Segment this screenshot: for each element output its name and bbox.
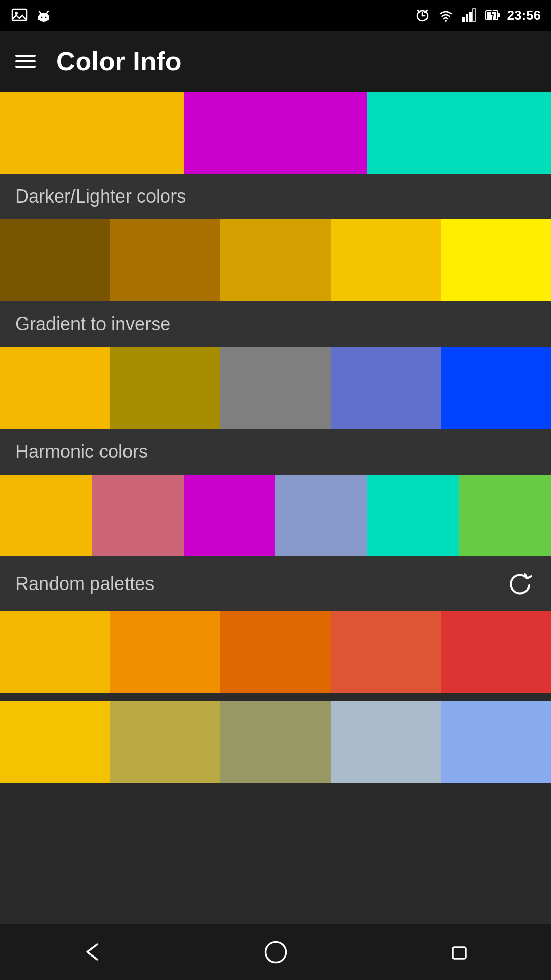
section-header-darker-lighter: Darker/Lighter colors	[0, 174, 551, 219]
refresh-button[interactable]	[505, 569, 536, 599]
main-swatch-1[interactable]	[184, 92, 367, 174]
battery-icon	[484, 6, 502, 24]
dl-swatch-4[interactable]	[441, 219, 551, 301]
random-row-2	[0, 701, 551, 783]
svg-rect-15	[466, 14, 468, 22]
svg-point-5	[45, 17, 47, 18]
page-title: Color Info	[56, 46, 182, 77]
svg-line-6	[39, 11, 41, 13]
dl-swatch-1[interactable]	[110, 219, 220, 301]
section-header-random: Random palettes	[0, 556, 551, 611]
random-row-1	[0, 611, 551, 693]
rp2-swatch-0[interactable]	[0, 701, 110, 783]
menu-button[interactable]	[15, 55, 36, 68]
gr-swatch-0[interactable]	[0, 347, 110, 429]
svg-line-11	[418, 10, 420, 12]
rp1-swatch-2[interactable]	[220, 611, 331, 693]
section-label-darker-lighter: Darker/Lighter colors	[15, 186, 186, 207]
section-label-random: Random palettes	[15, 573, 154, 595]
gr-swatch-4[interactable]	[441, 347, 551, 429]
recents-button[interactable]	[439, 932, 480, 972]
svg-rect-16	[469, 12, 472, 22]
hm-swatch-1[interactable]	[92, 475, 184, 556]
rp1-swatch-4[interactable]	[441, 611, 551, 693]
status-bar-right: 23:56	[413, 6, 541, 24]
gr-swatch-1[interactable]	[110, 347, 220, 429]
signal-icon	[460, 6, 479, 24]
rp2-swatch-2[interactable]	[220, 701, 331, 783]
rp1-swatch-3[interactable]	[331, 611, 441, 693]
home-button[interactable]	[255, 932, 296, 972]
svg-rect-17	[473, 9, 475, 22]
status-time: 23:56	[507, 8, 541, 23]
svg-point-24	[265, 942, 286, 962]
main-color-swatches	[0, 92, 551, 174]
gallery-icon	[10, 6, 29, 24]
hm-swatch-0[interactable]	[0, 475, 92, 556]
rp2-swatch-4[interactable]	[441, 701, 551, 783]
svg-point-1	[15, 12, 18, 15]
android-icon	[35, 6, 53, 24]
svg-point-13	[445, 20, 447, 22]
svg-line-12	[425, 10, 427, 12]
harmonic-row	[0, 475, 551, 556]
dl-swatch-3[interactable]	[331, 219, 441, 301]
hm-swatch-4[interactable]	[367, 475, 459, 556]
main-swatch-0[interactable]	[0, 92, 184, 174]
nav-bar	[0, 924, 551, 980]
rp2-swatch-3[interactable]	[331, 701, 441, 783]
rp1-swatch-0[interactable]	[0, 611, 110, 693]
toolbar: Color Info	[0, 31, 551, 92]
bottom-spacer	[0, 783, 551, 814]
section-header-gradient: Gradient to inverse	[0, 301, 551, 347]
svg-line-7	[47, 11, 48, 13]
hm-swatch-2[interactable]	[184, 475, 276, 556]
gradient-row	[0, 347, 551, 429]
svg-rect-14	[462, 17, 465, 22]
section-label-harmonic: Harmonic colors	[15, 441, 148, 462]
rp1-swatch-1[interactable]	[110, 611, 220, 693]
hm-swatch-3[interactable]	[276, 475, 367, 556]
svg-point-4	[41, 17, 43, 18]
dl-swatch-0[interactable]	[0, 219, 110, 301]
rp2-swatch-1[interactable]	[110, 701, 220, 783]
gr-swatch-3[interactable]	[331, 347, 441, 429]
wifi-icon	[437, 6, 455, 24]
svg-rect-19	[498, 13, 500, 17]
status-bar-left	[10, 6, 53, 24]
section-header-harmonic: Harmonic colors	[0, 429, 551, 475]
dl-swatch-2[interactable]	[220, 219, 331, 301]
svg-rect-25	[453, 947, 466, 959]
darker-lighter-row	[0, 219, 551, 301]
status-bar: 23:56	[0, 0, 551, 31]
svg-rect-3	[38, 16, 49, 20]
alarm-icon	[413, 6, 432, 24]
hm-swatch-5[interactable]	[459, 475, 551, 556]
row-separator	[0, 693, 551, 701]
back-button[interactable]	[71, 932, 112, 972]
gr-swatch-2[interactable]	[220, 347, 331, 429]
main-swatch-2[interactable]	[367, 92, 551, 174]
section-label-gradient: Gradient to inverse	[15, 313, 170, 335]
